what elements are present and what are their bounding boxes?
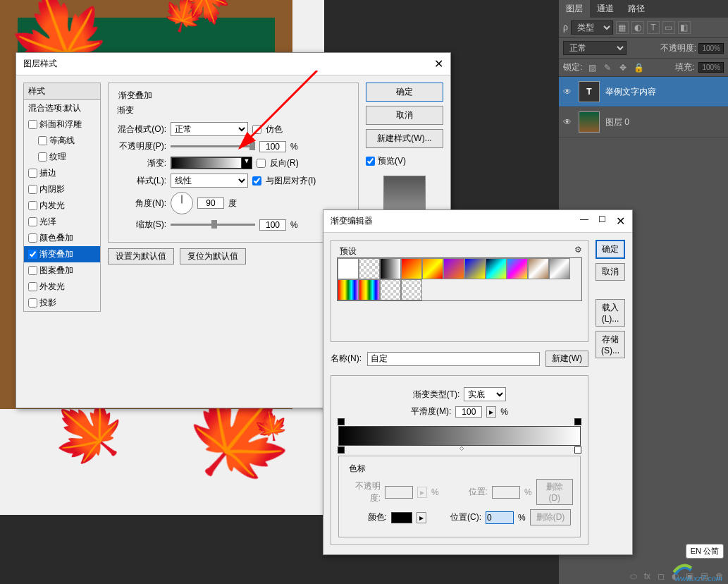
effect-contour[interactable]: 等高线 [24, 133, 100, 149]
effect-checkbox[interactable] [28, 266, 37, 275]
effect-color-overlay[interactable]: 颜色叠加 [24, 230, 100, 246]
preset-swatch[interactable] [338, 258, 359, 279]
filter-shape-icon[interactable]: ▭ [662, 21, 675, 34]
preset-swatch[interactable] [464, 258, 486, 279]
preset-swatch[interactable] [507, 258, 528, 279]
preset-swatch[interactable] [359, 279, 380, 300]
color-swatch[interactable] [391, 512, 412, 523]
cancel-button[interactable]: 取消 [366, 106, 443, 125]
scale-slider[interactable]: .style-main .fld-row:nth-last-child(1) .… [171, 224, 255, 226]
fill-value[interactable]: 100% [698, 62, 724, 73]
opacity-value[interactable]: 100% [698, 43, 724, 54]
effect-outer-glow[interactable]: 外发光 [24, 279, 100, 295]
effect-checkbox[interactable] [28, 185, 37, 194]
visibility-icon[interactable]: 👁 [563, 117, 573, 127]
preset-swatch[interactable] [443, 258, 464, 279]
effect-pattern-overlay[interactable]: 图案叠加 [24, 262, 100, 279]
preset-swatch[interactable] [380, 258, 401, 279]
ime-indicator[interactable]: EN 公简 [686, 544, 724, 559]
dropdown-icon[interactable]: ▸ [486, 406, 496, 418]
opacity-stop[interactable] [338, 418, 345, 425]
preset-swatch[interactable] [338, 279, 359, 300]
gear-icon[interactable]: ⚙ [574, 245, 582, 255]
save-button[interactable]: 存储(S)... [596, 331, 625, 358]
lock-transparency-icon[interactable]: ▨ [586, 62, 598, 73]
layer-item-bg[interactable]: 👁 图层 0 [559, 107, 728, 138]
opacity-slider[interactable]: .fld-slider[style*="100"]::after{left:ca… [171, 145, 255, 147]
gradient-bar[interactable]: ◇ [338, 426, 581, 446]
effect-checkbox[interactable] [28, 201, 37, 210]
filter-adjust-icon[interactable]: ◐ [631, 21, 644, 34]
preset-swatch[interactable] [486, 258, 507, 279]
new-button[interactable]: 新建(W) [545, 351, 588, 367]
preset-swatch[interactable] [401, 258, 422, 279]
effect-checkbox[interactable] [38, 152, 47, 162]
align-checkbox[interactable] [252, 176, 261, 185]
filter-pixel-icon[interactable]: ▦ [616, 21, 629, 34]
blend-mode-select[interactable]: 正常 [563, 41, 627, 55]
name-input[interactable] [367, 352, 540, 366]
effect-checkbox[interactable] [38, 136, 47, 145]
effect-inner-shadow[interactable]: 内阴影 [24, 181, 100, 197]
visibility-icon[interactable]: 👁 [563, 87, 573, 97]
cancel-button[interactable]: 取消 [596, 263, 625, 281]
ok-button[interactable]: 确定 [596, 240, 625, 259]
new-style-button[interactable]: 新建样式(W)... [366, 129, 443, 148]
lock-all-icon[interactable]: 🔒 [633, 62, 644, 73]
grad-style-select[interactable]: 线性 [171, 174, 248, 188]
scale-input[interactable] [259, 219, 286, 231]
effect-inner-glow[interactable]: 内发光 [24, 197, 100, 214]
lock-position-icon[interactable]: ✥ [617, 62, 629, 73]
tab-paths[interactable]: 路径 [621, 0, 652, 18]
effect-checkbox[interactable] [28, 233, 37, 243]
opacity-stop[interactable] [574, 418, 581, 425]
midpoint-icon[interactable]: ◇ [459, 445, 464, 451]
reset-default-button[interactable]: 复位为默认值 [180, 248, 246, 264]
layer-thumbnail[interactable]: T [579, 81, 600, 102]
effect-texture[interactable]: 纹理 [24, 149, 100, 165]
preset-swatch[interactable] [380, 279, 401, 300]
effect-checkbox[interactable] [28, 298, 37, 308]
dither-checkbox[interactable] [252, 125, 261, 134]
location-input[interactable] [486, 511, 514, 524]
tab-layers[interactable]: 图层 [559, 0, 590, 18]
opacity-input[interactable] [259, 141, 286, 152]
filter-type-select[interactable]: 类型 [571, 20, 613, 35]
filter-smart-icon[interactable]: ◧ [678, 21, 691, 34]
load-button[interactable]: 载入(L)... [596, 299, 625, 327]
effect-checkbox[interactable] [28, 250, 37, 259]
preset-swatch[interactable] [528, 258, 549, 279]
fx-icon[interactable]: fx [644, 571, 650, 581]
effect-gradient-overlay[interactable]: 渐变叠加 [24, 246, 100, 262]
lock-pixels-icon[interactable]: ✎ [602, 62, 613, 73]
effect-checkbox[interactable] [28, 282, 37, 291]
close-icon[interactable]: ✕ [616, 214, 625, 228]
preset-swatch[interactable] [422, 258, 443, 279]
close-icon[interactable]: ✕ [434, 57, 443, 71]
effect-satin[interactable]: 光泽 [24, 214, 100, 230]
effect-stroke[interactable]: 描边 [24, 165, 100, 181]
color-stop[interactable] [574, 446, 581, 454]
ok-button[interactable]: 确定 [366, 83, 443, 102]
dropdown-icon[interactable]: ▼ [242, 157, 252, 169]
styles-header[interactable]: 样式 [23, 83, 101, 100]
link-icon[interactable]: ⬭ [630, 571, 637, 581]
angle-input[interactable] [197, 197, 224, 209]
minimize-icon[interactable]: — [580, 214, 588, 228]
preview-checkbox[interactable] [366, 157, 375, 166]
smoothness-input[interactable] [455, 406, 482, 418]
dropdown-icon[interactable]: ▸ [417, 512, 426, 523]
layer-thumbnail[interactable] [579, 111, 600, 133]
color-stop[interactable] [338, 446, 345, 454]
effect-bevel[interactable]: 斜面和浮雕 [24, 116, 100, 133]
blend-mode-select[interactable]: 正常 [171, 122, 248, 136]
angle-control[interactable] [171, 192, 193, 214]
mask-icon[interactable]: ◻ [658, 571, 665, 581]
effect-checkbox[interactable] [28, 169, 37, 178]
effect-drop-shadow[interactable]: 投影 [24, 295, 100, 311]
reverse-checkbox[interactable] [257, 159, 266, 168]
effect-checkbox[interactable] [28, 120, 37, 129]
gradient-type-select[interactable]: 实底 [464, 387, 506, 401]
preset-swatch[interactable] [359, 258, 380, 279]
preset-swatch[interactable] [549, 258, 570, 279]
